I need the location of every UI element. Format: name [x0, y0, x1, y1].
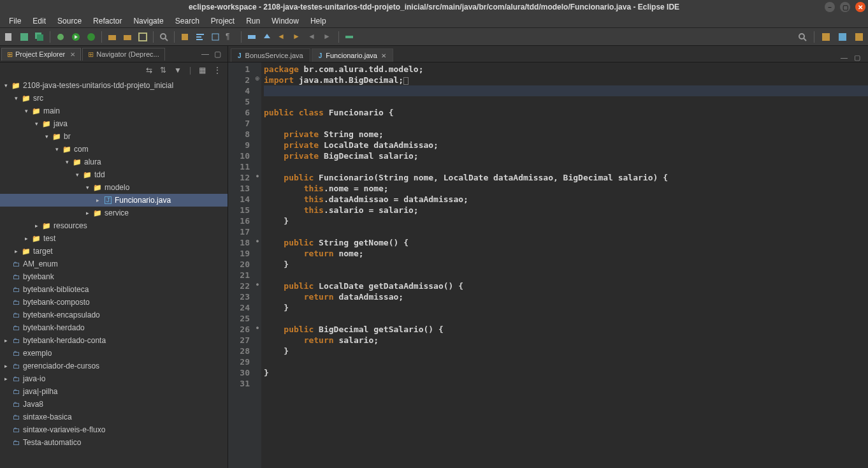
menu-edit[interactable]: Edit [27, 15, 51, 27]
tree-java-pilha[interactable]: ▸🗀java|-pilha [0, 385, 228, 398]
svg-rect-23 [822, 33, 830, 41]
forward-icon[interactable]: ► [293, 32, 303, 42]
explorer-toolbar: ⇆ ⇅ ▼ | ▦ ⋮ [0, 62, 228, 78]
step-into-icon[interactable] [262, 32, 272, 42]
perspective-open-icon[interactable] [821, 32, 831, 42]
tab-bonus-service[interactable]: J BonusService.java [231, 48, 310, 62]
menu-run[interactable]: Run [241, 15, 265, 27]
view-menu-icon[interactable]: ⋮ [213, 66, 221, 75]
tree-java8[interactable]: ▸🗀Java8 [0, 398, 228, 411]
toggle-comment-icon[interactable] [180, 32, 190, 42]
menu-source[interactable]: Source [52, 15, 87, 27]
editor-area: J BonusService.java J Funcionario.java ✕… [228, 46, 868, 468]
menu-help[interactable]: Help [305, 15, 331, 27]
close-icon[interactable]: ✕ [70, 51, 75, 58]
menu-refactor[interactable]: Refactor [88, 15, 127, 27]
forward2-icon[interactable]: ► [323, 32, 333, 42]
tree-testa[interactable]: ▸🗀Testa-automatico [0, 436, 228, 449]
back-icon[interactable]: ◄ [277, 32, 287, 42]
tree-bytebank-herdado-conta[interactable]: ▸🗀bytebank-herdado-conta [0, 334, 228, 347]
project-icon: 📁 [11, 81, 20, 90]
pilcrow-icon[interactable]: ¶ [226, 32, 236, 42]
tab-project-explorer[interactable]: ⊞ Project Explorer ✕ [1, 48, 81, 61]
tab-funcionario-label: Funcionario.java [326, 52, 377, 59]
step-icon[interactable] [247, 32, 257, 42]
window-titlebar: eclipse-workspace - 2108-java-testes-uni… [0, 0, 868, 14]
back2-icon[interactable]: ◄ [308, 32, 318, 42]
tree-exemplo[interactable]: ▸🗀exemplo [0, 347, 228, 360]
svg-point-21 [799, 34, 804, 39]
tree-com[interactable]: ▾📁com [0, 143, 228, 156]
project-tree[interactable]: ▾📁2108-java-testes-unitarios-tdd-projeto… [0, 78, 228, 468]
search-icon[interactable] [159, 32, 169, 42]
coverage-icon[interactable] [86, 32, 96, 42]
tree-sintaxe-variaveis[interactable]: ▸🗀sintaxe-variaveis-e-fluxo [0, 423, 228, 436]
close-icon[interactable]: ✕ [381, 52, 386, 59]
code-editor[interactable]: 1 2 4 5 6 7 8 9 10 11 12 13 14 15 16 17 … [228, 62, 868, 468]
tree-resources[interactable]: ▸📁resources [0, 219, 228, 232]
tree-bytebank-herdado[interactable]: ▸🗀bytebank-herdado [0, 321, 228, 334]
closed-project-icon: 🗀 [11, 374, 20, 383]
tab-bonus-label: BonusService.java [245, 52, 303, 59]
svg-marker-19 [264, 34, 270, 38]
tree-main[interactable]: ▾📁main [0, 105, 228, 117]
minimize-editor-icon[interactable]: — [841, 54, 848, 62]
link-editor-icon[interactable]: ⇅ [160, 66, 166, 75]
code-content[interactable]: package br.com.alura.tdd.modelo; import … [261, 62, 868, 468]
menu-project[interactable]: Project [206, 15, 240, 27]
minimize-view-icon[interactable]: — [201, 50, 209, 59]
perspective-java-icon[interactable] [837, 32, 848, 42]
tree-tdd[interactable]: ▾📁tdd [0, 168, 228, 181]
run-icon[interactable] [71, 32, 81, 42]
close-button[interactable]: ✕ [855, 2, 865, 12]
tree-bytebank-biblioteca[interactable]: ▸🗀bytebank-biblioteca [0, 283, 228, 296]
tree-target[interactable]: ▸📁target [0, 245, 228, 258]
menu-file[interactable]: File [4, 15, 26, 27]
save-icon[interactable] [19, 32, 29, 42]
open-type-icon[interactable] [138, 32, 148, 42]
tree-sintaxe-basica[interactable]: ▸🗀sintaxe-basica [0, 411, 228, 423]
block-icon[interactable] [210, 32, 221, 42]
maximize-view-icon[interactable]: ▢ [214, 50, 221, 59]
maximize-button[interactable]: ▢ [840, 2, 850, 12]
new-package-icon[interactable] [107, 32, 117, 42]
tree-java-io[interactable]: ▸🗀java-io [0, 372, 228, 385]
new-icon[interactable] [4, 32, 14, 42]
tree-funcionario-file[interactable]: ▸🄹Funcionario.java [0, 194, 228, 207]
minimize-button[interactable]: – [825, 2, 835, 12]
tree-src[interactable]: ▾📁src [0, 92, 228, 105]
tab-funcionario[interactable]: J Funcionario.java ✕ [312, 48, 393, 62]
editor-tabs: J BonusService.java J Funcionario.java ✕… [228, 46, 868, 62]
format-icon[interactable] [195, 32, 205, 42]
focus-icon[interactable]: ▦ [199, 66, 206, 75]
tree-gerenciador[interactable]: ▸🗀gerenciador-de-cursos [0, 360, 228, 372]
tree-bytebank[interactable]: ▸🗀bytebank [0, 270, 228, 283]
filter-icon[interactable]: ▼ [174, 66, 182, 75]
svg-rect-14 [196, 34, 204, 35]
menu-navigate[interactable]: Navigate [128, 15, 168, 27]
tree-test[interactable]: ▸📁test [0, 232, 228, 245]
tab-navigator[interactable]: ⊞ Navigator (Deprec... [82, 48, 164, 61]
maximize-editor-icon[interactable]: ▢ [854, 54, 860, 62]
svg-point-4 [57, 34, 64, 40]
svg-line-12 [165, 38, 168, 41]
tree-bytebank-encapsulado[interactable]: ▸🗀bytebank-encapsulado [0, 309, 228, 321]
svg-line-22 [804, 38, 806, 41]
tree-br[interactable]: ▾📁br [0, 130, 228, 143]
tree-am-enum[interactable]: ▸🗀AM_enum [0, 258, 228, 270]
debug-icon[interactable] [55, 32, 66, 42]
save-all-icon[interactable] [34, 32, 45, 42]
tree-bytebank-composto[interactable]: ▸🗀bytebank-composto [0, 296, 228, 309]
collapse-all-icon[interactable]: ⇆ [146, 66, 152, 75]
tree-java[interactable]: ▾📁java [0, 117, 228, 130]
tree-project-root[interactable]: ▾📁2108-java-testes-unitarios-tdd-projeto… [0, 79, 228, 92]
tree-alura[interactable]: ▾📁alura [0, 156, 228, 168]
tree-modelo[interactable]: ▾📁modelo [0, 181, 228, 194]
pin-icon[interactable] [344, 32, 354, 42]
tree-service[interactable]: ▸📁service [0, 207, 228, 219]
menu-search[interactable]: Search [170, 15, 205, 27]
perspective-debug-icon[interactable] [854, 32, 864, 42]
menu-window[interactable]: Window [266, 15, 304, 27]
quick-access-icon[interactable] [797, 32, 807, 42]
new-class-icon[interactable] [122, 32, 133, 42]
